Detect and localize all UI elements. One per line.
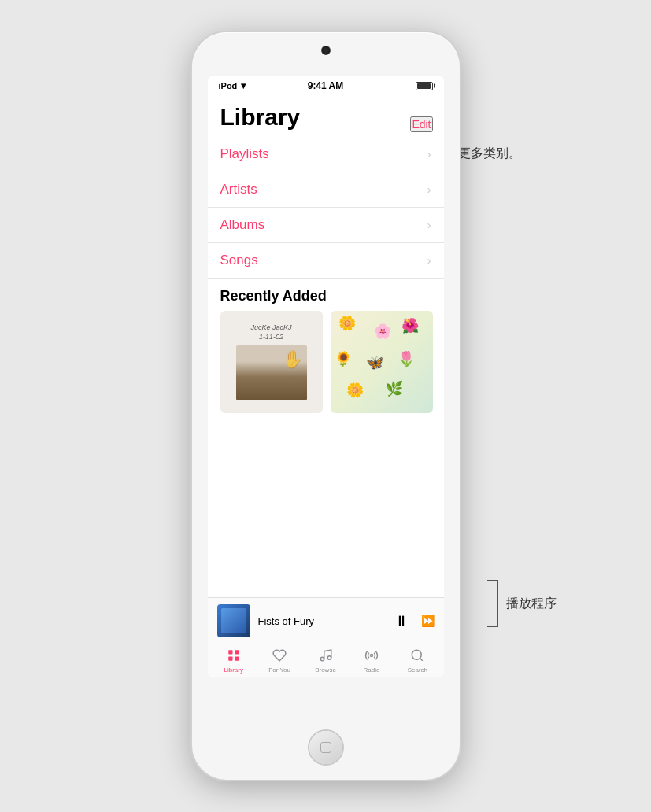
home-button-square [320, 742, 331, 753]
tab-browse[interactable]: Browse [302, 648, 348, 674]
front-camera [322, 46, 330, 54]
flower-4: 🌻 [335, 350, 352, 367]
search-icon [410, 648, 424, 666]
flower-6: 🌷 [398, 350, 415, 367]
svg-rect-0 [228, 650, 232, 654]
tab-library-label: Library [224, 666, 242, 674]
flower-7: 🌼 [346, 382, 364, 399]
player-song-title: Fists of Fury [258, 615, 387, 627]
songs-label: Songs [220, 253, 258, 268]
player-callout: 播放程序 [487, 580, 557, 627]
album-thumb-1[interactable]: JucKe JacKJ1-11-02 ✋ [220, 311, 323, 413]
wifi-icon: ▾ [241, 80, 246, 91]
mini-player[interactable]: Fists of Fury ⏸ ⏩ [208, 597, 444, 644]
menu-item-albums[interactable]: Albums › [208, 208, 444, 243]
flower-8: 🌿 [386, 380, 403, 397]
carrier-label: iPod [219, 81, 238, 90]
tab-radio[interactable]: Radio [349, 648, 394, 674]
status-left: iPod ▾ [219, 80, 246, 91]
player-album-inner [221, 608, 246, 633]
bracket [487, 580, 498, 627]
albums-label: Albums [220, 217, 265, 233]
ipod-device: iPod ▾ 9:41 AM Edit Library [192, 32, 460, 780]
menu-item-artists[interactable]: Artists › [208, 172, 444, 208]
chevron-icon: › [427, 148, 431, 161]
svg-point-6 [370, 655, 372, 657]
flower-5: 🦋 [366, 354, 383, 371]
menu-item-playlists[interactable]: Playlists › [208, 137, 444, 172]
svg-point-4 [320, 657, 324, 661]
flower-3: 🌺 [401, 317, 419, 334]
recently-added-title: Recently Added [208, 279, 444, 311]
player-callout-text: 播放程序 [506, 596, 557, 612]
album-thumb-2[interactable]: 🌼 🌸 🌺 🌻 🦋 🌷 🌼 🌿 [331, 311, 433, 413]
album-grid: JucKe JacKJ1-11-02 ✋ 🌼 🌸 🌺 🌻 🦋 🌷 [208, 311, 444, 413]
library-menu: Playlists › Artists › Albums › Songs › [208, 137, 444, 279]
chevron-icon: › [427, 254, 431, 267]
svg-rect-1 [235, 650, 239, 654]
chevron-icon: › [427, 219, 431, 231]
svg-point-5 [327, 656, 331, 660]
radio-icon [364, 648, 379, 666]
tab-bar: Library For You [208, 644, 444, 677]
chevron-icon: › [427, 183, 431, 196]
forward-button[interactable]: ⏩ [421, 615, 435, 627]
flower-2: 🌸 [374, 323, 391, 340]
library-icon [227, 648, 241, 666]
home-button[interactable] [309, 731, 342, 764]
playlists-label: Playlists [220, 146, 269, 162]
device-screen: iPod ▾ 9:41 AM Edit Library [208, 76, 444, 677]
menu-item-songs[interactable]: Songs › [208, 243, 444, 279]
home-button-inner [309, 731, 342, 764]
player-controls: ⏸ ⏩ [394, 613, 435, 629]
scene: 轻点可查看更多类别。 播放程序 iPod ▾ 9:41 AM [0, 0, 651, 812]
tab-foryou-label: For You [268, 666, 290, 674]
artists-label: Artists [220, 182, 257, 197]
tab-library[interactable]: Library [211, 648, 257, 674]
status-time: 9:41 AM [308, 80, 344, 91]
edit-button[interactable]: Edit [410, 116, 432, 132]
flower-1: 🌼 [338, 315, 356, 332]
pause-button[interactable]: ⏸ [394, 613, 409, 629]
tab-radio-label: Radio [363, 666, 379, 674]
heart-icon [272, 648, 287, 666]
tab-search-label: Search [408, 666, 427, 674]
tab-for-you[interactable]: For You [257, 648, 302, 674]
screen-inner: iPod ▾ 9:41 AM Edit Library [208, 76, 444, 677]
player-album-art [217, 604, 250, 637]
svg-rect-2 [228, 657, 232, 661]
battery-fill [417, 83, 431, 89]
battery-icon [416, 82, 433, 90]
tab-search[interactable]: Search [394, 648, 440, 674]
svg-rect-3 [235, 657, 239, 661]
svg-line-8 [420, 658, 423, 660]
hand-print: ✋ [282, 349, 303, 370]
status-bar: iPod ▾ 9:41 AM [208, 76, 444, 94]
svg-point-7 [412, 650, 422, 659]
browse-icon [319, 648, 333, 666]
album1-photo: ✋ [236, 345, 307, 400]
album1-text: JucKe JacKJ1-11-02 [250, 323, 291, 341]
tab-browse-label: Browse [315, 666, 336, 674]
library-title: Library [208, 94, 444, 137]
